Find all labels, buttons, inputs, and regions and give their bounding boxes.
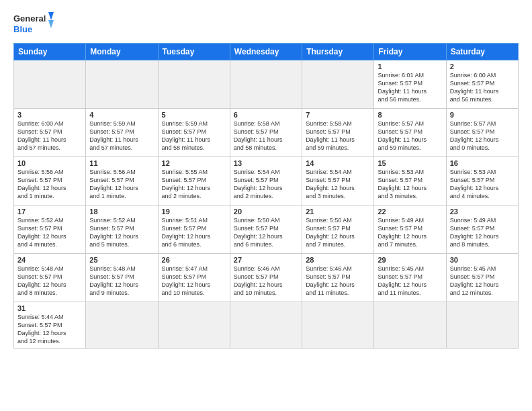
logo: General Blue: [13, 11, 54, 36]
day-info: Sunrise: 5:53 AMSunset: 5:57 PMDaylight:…: [378, 168, 442, 201]
header-row: SundayMondayTuesdayWednesdayThursdayFrid…: [14, 44, 519, 60]
day-number: 14: [306, 159, 370, 167]
calendar-cell: 24Sunrise: 5:48 AMSunset: 5:57 PMDayligh…: [14, 254, 86, 302]
day-number: 27: [234, 256, 298, 264]
calendar-cell: 25Sunrise: 5:48 AMSunset: 5:57 PMDayligh…: [86, 254, 158, 302]
calendar-cell: [302, 60, 374, 109]
day-info: Sunrise: 5:50 AMSunset: 5:57 PMDaylight:…: [306, 216, 370, 249]
calendar-cell: 11Sunrise: 5:56 AMSunset: 5:57 PMDayligh…: [86, 157, 158, 205]
day-info: Sunrise: 5:48 AMSunset: 5:57 PMDaylight:…: [89, 265, 154, 298]
calendar-table: SundayMondayTuesdayWednesdayThursdayFrid…: [13, 43, 519, 349]
calendar-cell: [158, 302, 230, 349]
calendar-cell: 31Sunrise: 5:44 AMSunset: 5:57 PMDayligh…: [14, 302, 86, 349]
header: General Blue: [13, 11, 519, 36]
day-number: 12: [162, 159, 226, 167]
calendar-cell: 3Sunrise: 6:00 AMSunset: 5:57 PMDaylight…: [14, 109, 86, 157]
day-info: Sunrise: 5:52 AMSunset: 5:57 PMDaylight:…: [17, 216, 82, 249]
day-info: Sunrise: 5:49 AMSunset: 5:57 PMDaylight:…: [450, 216, 515, 249]
day-number: 2: [450, 62, 515, 71]
day-number: 26: [162, 256, 226, 264]
day-number: 7: [306, 111, 370, 119]
calendar-cell: 29Sunrise: 5:45 AMSunset: 5:57 PMDayligh…: [374, 254, 446, 302]
day-info: Sunrise: 5:45 AMSunset: 5:57 PMDaylight:…: [378, 265, 442, 298]
day-info: Sunrise: 5:46 AMSunset: 5:57 PMDaylight:…: [234, 265, 298, 298]
calendar-cell: 19Sunrise: 5:51 AMSunset: 5:57 PMDayligh…: [158, 205, 230, 254]
day-number: 31: [17, 304, 82, 312]
day-number: 29: [378, 256, 442, 264]
day-number: 20: [234, 208, 298, 216]
calendar-cell: 14Sunrise: 5:54 AMSunset: 5:57 PMDayligh…: [302, 157, 374, 205]
calendar-cell: 5Sunrise: 5:59 AMSunset: 5:57 PMDaylight…: [158, 109, 230, 157]
day-info: Sunrise: 5:56 AMSunset: 5:57 PMDaylight:…: [89, 168, 154, 201]
day-number: 9: [450, 111, 515, 119]
day-number: 28: [306, 256, 370, 264]
page: General Blue SundayMondayTuesdayWednesda…: [0, 0, 532, 355]
calendar-cell: 28Sunrise: 5:46 AMSunset: 5:57 PMDayligh…: [302, 254, 374, 302]
day-number: 24: [17, 256, 82, 264]
svg-text:Blue: Blue: [13, 24, 32, 34]
day-info: Sunrise: 5:48 AMSunset: 5:57 PMDaylight:…: [17, 265, 82, 298]
calendar-cell: 9Sunrise: 5:57 AMSunset: 5:57 PMDaylight…: [446, 109, 518, 157]
svg-text:General: General: [13, 13, 46, 24]
day-number: 25: [89, 256, 154, 264]
day-number: 15: [378, 159, 442, 167]
day-number: 30: [450, 256, 515, 264]
calendar-cell: 6Sunrise: 5:58 AMSunset: 5:57 PMDaylight…: [230, 109, 302, 157]
calendar-cell: 2Sunrise: 6:00 AMSunset: 5:57 PMDaylight…: [446, 60, 518, 109]
calendar-cell: 1Sunrise: 6:01 AMSunset: 5:57 PMDaylight…: [374, 60, 446, 109]
day-number: 19: [162, 208, 226, 216]
calendar-cell: 10Sunrise: 5:56 AMSunset: 5:57 PMDayligh…: [14, 157, 86, 205]
calendar-cell: 7Sunrise: 5:58 AMSunset: 5:57 PMDaylight…: [302, 109, 374, 157]
calendar-cell: 13Sunrise: 5:54 AMSunset: 5:57 PMDayligh…: [230, 157, 302, 205]
day-info: Sunrise: 5:59 AMSunset: 5:57 PMDaylight:…: [89, 120, 154, 152]
col-header-tuesday: Tuesday: [158, 44, 230, 60]
calendar-cell: 17Sunrise: 5:52 AMSunset: 5:57 PMDayligh…: [14, 205, 86, 254]
day-info: Sunrise: 5:58 AMSunset: 5:57 PMDaylight:…: [306, 120, 370, 152]
calendar-cell: 27Sunrise: 5:46 AMSunset: 5:57 PMDayligh…: [230, 254, 302, 302]
day-info: Sunrise: 5:46 AMSunset: 5:57 PMDaylight:…: [306, 265, 370, 298]
calendar-cell: [374, 302, 446, 349]
day-info: Sunrise: 5:54 AMSunset: 5:57 PMDaylight:…: [306, 168, 370, 201]
day-info: Sunrise: 5:57 AMSunset: 5:57 PMDaylight:…: [378, 120, 442, 152]
calendar-cell: 12Sunrise: 5:55 AMSunset: 5:57 PMDayligh…: [158, 157, 230, 205]
day-info: Sunrise: 5:51 AMSunset: 5:57 PMDaylight:…: [162, 216, 226, 249]
calendar-cell: 26Sunrise: 5:47 AMSunset: 5:57 PMDayligh…: [158, 254, 230, 302]
col-header-thursday: Thursday: [302, 44, 374, 60]
day-number: 23: [450, 208, 515, 216]
day-info: Sunrise: 5:52 AMSunset: 5:57 PMDaylight:…: [89, 216, 154, 249]
col-header-saturday: Saturday: [446, 44, 518, 60]
calendar-cell: [302, 302, 374, 349]
calendar-cell: 22Sunrise: 5:49 AMSunset: 5:57 PMDayligh…: [374, 205, 446, 254]
day-info: Sunrise: 5:50 AMSunset: 5:57 PMDaylight:…: [234, 216, 298, 249]
calendar-cell: [446, 302, 518, 349]
calendar-cell: 21Sunrise: 5:50 AMSunset: 5:57 PMDayligh…: [302, 205, 374, 254]
day-info: Sunrise: 5:54 AMSunset: 5:57 PMDaylight:…: [234, 168, 298, 201]
calendar-cell: 16Sunrise: 5:53 AMSunset: 5:57 PMDayligh…: [446, 157, 518, 205]
day-number: 17: [17, 208, 82, 216]
calendar-cell: [230, 60, 302, 109]
calendar-cell: 30Sunrise: 5:45 AMSunset: 5:57 PMDayligh…: [446, 254, 518, 302]
day-number: 13: [234, 159, 298, 167]
day-info: Sunrise: 5:47 AMSunset: 5:57 PMDaylight:…: [162, 265, 226, 298]
day-number: 4: [89, 111, 154, 119]
calendar-cell: 4Sunrise: 5:59 AMSunset: 5:57 PMDaylight…: [86, 109, 158, 157]
col-header-friday: Friday: [374, 44, 446, 60]
day-info: Sunrise: 6:00 AMSunset: 5:57 PMDaylight:…: [450, 71, 515, 104]
day-info: Sunrise: 5:59 AMSunset: 5:57 PMDaylight:…: [162, 120, 226, 152]
day-number: 6: [234, 111, 298, 119]
col-header-sunday: Sunday: [14, 44, 86, 60]
calendar-cell: [86, 60, 158, 109]
day-number: 3: [17, 111, 82, 119]
svg-marker-3: [48, 20, 54, 28]
day-info: Sunrise: 5:56 AMSunset: 5:57 PMDaylight:…: [17, 168, 82, 201]
day-number: 21: [306, 208, 370, 216]
day-info: Sunrise: 6:01 AMSunset: 5:57 PMDaylight:…: [378, 71, 442, 104]
day-number: 16: [450, 159, 515, 167]
calendar-cell: 18Sunrise: 5:52 AMSunset: 5:57 PMDayligh…: [86, 205, 158, 254]
day-info: Sunrise: 5:55 AMSunset: 5:57 PMDaylight:…: [162, 168, 226, 201]
calendar-cell: [158, 60, 230, 109]
calendar-cell: 20Sunrise: 5:50 AMSunset: 5:57 PMDayligh…: [230, 205, 302, 254]
day-number: 18: [89, 208, 154, 216]
day-number: 1: [378, 62, 442, 71]
day-number: 8: [378, 111, 442, 119]
